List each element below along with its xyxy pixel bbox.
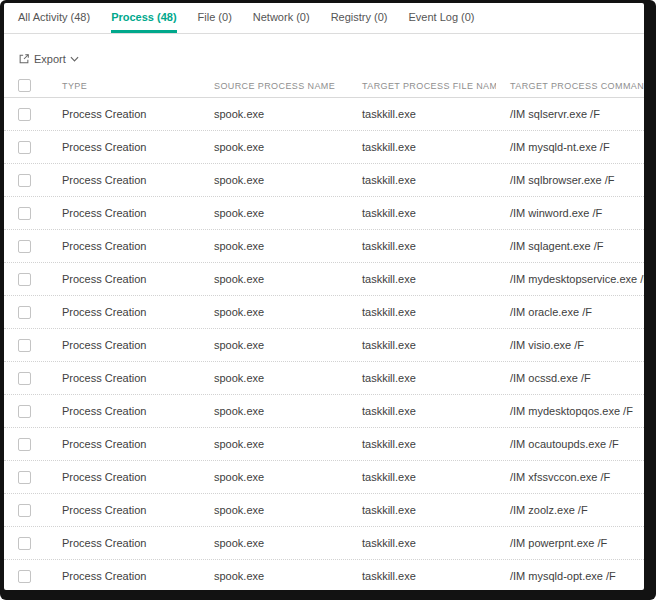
table-row[interactable]: Process Creationspook.exetaskkill.exe/IM… [4, 98, 644, 131]
cell-command: /IM mysqld-nt.exe /F [496, 141, 644, 153]
cell-type: Process Creation [48, 570, 200, 582]
cell-source-process: spook.exe [200, 339, 348, 351]
row-checkbox[interactable] [18, 174, 31, 187]
cell-target-file: taskkill.exe [348, 273, 496, 285]
row-checkbox-cell [4, 141, 48, 154]
row-checkbox-cell [4, 306, 48, 319]
select-all-checkbox[interactable] [18, 79, 31, 92]
cell-target-file: taskkill.exe [348, 306, 496, 318]
cell-type: Process Creation [48, 306, 200, 318]
table-row[interactable]: Process Creationspook.exetaskkill.exe/IM… [4, 131, 644, 164]
table-row[interactable]: Process Creationspook.exetaskkill.exe/IM… [4, 296, 644, 329]
tab-file[interactable]: File (0) [198, 3, 232, 33]
cell-type: Process Creation [48, 537, 200, 549]
cell-source-process: spook.exe [200, 372, 348, 384]
row-checkbox[interactable] [18, 108, 31, 121]
cell-target-file: taskkill.exe [348, 108, 496, 120]
cell-source-process: spook.exe [200, 504, 348, 516]
table-row[interactable]: Process Creationspook.exetaskkill.exe/IM… [4, 164, 644, 197]
cell-command: /IM ocautoupds.exe /F [496, 438, 644, 450]
table-row[interactable]: Process Creationspook.exetaskkill.exe/IM… [4, 362, 644, 395]
table-row[interactable]: Process Creationspook.exetaskkill.exe/IM… [4, 560, 644, 590]
row-checkbox[interactable] [18, 570, 31, 583]
table-row[interactable]: Process Creationspook.exetaskkill.exe/IM… [4, 527, 644, 560]
row-checkbox[interactable] [18, 240, 31, 253]
row-checkbox-cell [4, 174, 48, 187]
cell-command: /IM sqlagent.exe /F [496, 240, 644, 252]
row-checkbox[interactable] [18, 273, 31, 286]
cell-type: Process Creation [48, 207, 200, 219]
row-checkbox[interactable] [18, 438, 31, 451]
export-icon [18, 53, 30, 65]
table-row[interactable]: Process Creationspook.exetaskkill.exe/IM… [4, 395, 644, 428]
cell-target-file: taskkill.exe [348, 570, 496, 582]
cell-source-process: spook.exe [200, 438, 348, 450]
table-row[interactable]: Process Creationspook.exetaskkill.exe/IM… [4, 494, 644, 527]
tab-bar: All Activity (48)Process (48)File (0)Net… [4, 3, 644, 34]
cell-type: Process Creation [48, 405, 200, 417]
cell-target-file: taskkill.exe [348, 207, 496, 219]
row-checkbox[interactable] [18, 405, 31, 418]
cell-type: Process Creation [48, 240, 200, 252]
cell-source-process: spook.exe [200, 306, 348, 318]
screenshot-frame: All Activity (48)Process (48)File (0)Net… [0, 0, 656, 600]
row-checkbox-cell [4, 405, 48, 418]
cell-command: /IM sqlservr.exe /F [496, 108, 644, 120]
cell-type: Process Creation [48, 141, 200, 153]
cell-command: /IM mydesktopqos.exe /F [496, 405, 644, 417]
cell-command: /IM winword.exe /F [496, 207, 644, 219]
cell-source-process: spook.exe [200, 240, 348, 252]
tab-all-activity[interactable]: All Activity (48) [18, 3, 90, 33]
cell-target-file: taskkill.exe [348, 504, 496, 516]
row-checkbox-cell [4, 108, 48, 121]
cell-type: Process Creation [48, 372, 200, 384]
row-checkbox[interactable] [18, 504, 31, 517]
activity-data-panel: All Activity (48)Process (48)File (0)Net… [4, 3, 644, 590]
toolbar: Export [18, 51, 644, 67]
cell-source-process: spook.exe [200, 471, 348, 483]
table-row[interactable]: Process Creationspook.exetaskkill.exe/IM… [4, 263, 644, 296]
row-checkbox-cell [4, 570, 48, 583]
row-checkbox[interactable] [18, 339, 31, 352]
tab-network[interactable]: Network (0) [253, 3, 310, 33]
tab-registry[interactable]: Registry (0) [331, 3, 388, 33]
tab-event-log[interactable]: Event Log (0) [409, 3, 475, 33]
row-checkbox-cell [4, 339, 48, 352]
select-all-cell [4, 79, 48, 92]
cell-type: Process Creation [48, 108, 200, 120]
cell-source-process: spook.exe [200, 570, 348, 582]
row-checkbox[interactable] [18, 141, 31, 154]
cell-source-process: spook.exe [200, 141, 348, 153]
column-header-type: TYPE [48, 81, 200, 91]
chevron-down-icon [70, 56, 79, 62]
cell-source-process: spook.exe [200, 174, 348, 186]
export-button[interactable]: Export [18, 53, 79, 65]
table-body: Process Creationspook.exetaskkill.exe/IM… [4, 98, 644, 590]
column-header-target-process-file-name: TARGET PROCESS FILE NAME [348, 81, 496, 91]
cell-target-file: taskkill.exe [348, 471, 496, 483]
table-row[interactable]: Process Creationspook.exetaskkill.exe/IM… [4, 461, 644, 494]
row-checkbox[interactable] [18, 537, 31, 550]
cell-command: /IM sqlbrowser.exe /F [496, 174, 644, 186]
cell-target-file: taskkill.exe [348, 405, 496, 417]
row-checkbox-cell [4, 438, 48, 451]
cell-source-process: spook.exe [200, 537, 348, 549]
row-checkbox-cell [4, 273, 48, 286]
cell-type: Process Creation [48, 471, 200, 483]
cell-target-file: taskkill.exe [348, 240, 496, 252]
process-activity-table: TYPESOURCE PROCESS NAMETARGET PROCESS FI… [4, 74, 644, 590]
row-checkbox[interactable] [18, 207, 31, 220]
tab-process[interactable]: Process (48) [111, 3, 176, 33]
table-row[interactable]: Process Creationspook.exetaskkill.exe/IM… [4, 230, 644, 263]
table-row[interactable]: Process Creationspook.exetaskkill.exe/IM… [4, 197, 644, 230]
row-checkbox[interactable] [18, 372, 31, 385]
row-checkbox[interactable] [18, 471, 31, 484]
row-checkbox-cell [4, 207, 48, 220]
cell-target-file: taskkill.exe [348, 339, 496, 351]
cell-type: Process Creation [48, 174, 200, 186]
row-checkbox-cell [4, 471, 48, 484]
row-checkbox[interactable] [18, 306, 31, 319]
table-row[interactable]: Process Creationspook.exetaskkill.exe/IM… [4, 428, 644, 461]
cell-target-file: taskkill.exe [348, 438, 496, 450]
table-row[interactable]: Process Creationspook.exetaskkill.exe/IM… [4, 329, 644, 362]
